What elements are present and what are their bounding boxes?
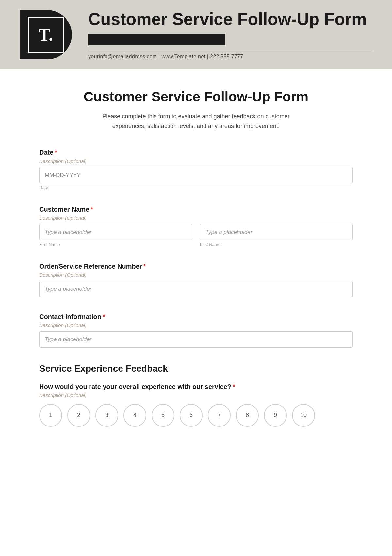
rating-4[interactable]: 4 xyxy=(123,404,146,427)
customer-name-required: * xyxy=(90,206,93,213)
first-name-wrapper: First Name xyxy=(39,224,192,247)
order-reference-label: Order/Service Reference Number* xyxy=(39,263,353,270)
rating-question-label: How would you rate your overall experien… xyxy=(39,383,353,391)
order-reference-required: * xyxy=(143,263,146,270)
last-name-hint: Last Name xyxy=(200,242,353,247)
contact-info-section: Contact Information* Description (Option… xyxy=(39,313,353,348)
rating-row: 1 2 3 4 5 6 7 8 9 10 xyxy=(39,404,353,427)
rating-8[interactable]: 8 xyxy=(236,404,259,427)
rating-description: Description (Optional) xyxy=(39,392,353,398)
first-name-hint: First Name xyxy=(39,242,192,247)
page-header: T. Customer Service Follow-Up Form youri… xyxy=(0,0,392,69)
header-contact: yourinfo@emailaddress.com | www.Template… xyxy=(88,50,372,60)
rating-10[interactable]: 10 xyxy=(292,404,315,427)
rating-2[interactable]: 2 xyxy=(67,404,90,427)
form-title: Customer Service Follow-Up Form xyxy=(39,89,353,105)
customer-name-label: Customer Name* xyxy=(39,206,353,213)
customer-name-fields: First Name Last Name xyxy=(39,224,353,247)
service-feedback-section: Service Experience Feedback How would yo… xyxy=(39,363,353,427)
order-reference-input[interactable] xyxy=(39,281,353,297)
last-name-wrapper: Last Name xyxy=(200,224,353,247)
rating-9[interactable]: 9 xyxy=(264,404,287,427)
date-input[interactable] xyxy=(39,167,353,183)
date-description: Description (Optional) xyxy=(39,158,353,164)
rating-1[interactable]: 1 xyxy=(39,404,62,427)
contact-info-description: Description (Optional) xyxy=(39,322,353,328)
main-content: Customer Service Follow-Up Form Please c… xyxy=(0,69,392,462)
date-label: Date* xyxy=(39,149,353,156)
rating-6[interactable]: 6 xyxy=(180,404,203,427)
rating-required: * xyxy=(233,383,235,390)
customer-name-section: Customer Name* Description (Optional) Fi… xyxy=(39,206,353,247)
contact-info-required: * xyxy=(103,313,105,320)
date-hint: Date xyxy=(39,185,353,190)
first-name-input[interactable] xyxy=(39,224,192,240)
date-section: Date* Description (Optional) Date xyxy=(39,149,353,190)
rating-7[interactable]: 7 xyxy=(208,404,231,427)
logo-text: T. xyxy=(39,25,53,44)
rating-3[interactable]: 3 xyxy=(95,404,118,427)
service-feedback-heading: Service Experience Feedback xyxy=(39,363,353,374)
header-right: Customer Service Follow-Up Form yourinfo… xyxy=(88,10,372,60)
logo-container: T. xyxy=(20,10,72,59)
logo-inner: T. xyxy=(28,17,64,53)
customer-name-description: Description (Optional) xyxy=(39,215,353,221)
order-reference-description: Description (Optional) xyxy=(39,272,353,278)
contact-info-label: Contact Information* xyxy=(39,313,353,321)
rating-5[interactable]: 5 xyxy=(152,404,174,427)
header-title: Customer Service Follow-Up Form xyxy=(88,10,372,28)
last-name-input[interactable] xyxy=(200,224,353,240)
date-required: * xyxy=(55,149,57,156)
form-description: Please complete this form to evaluate an… xyxy=(85,112,307,131)
header-subtitle-bar xyxy=(88,34,225,45)
contact-info-input[interactable] xyxy=(39,331,353,348)
order-reference-section: Order/Service Reference Number* Descript… xyxy=(39,263,353,297)
